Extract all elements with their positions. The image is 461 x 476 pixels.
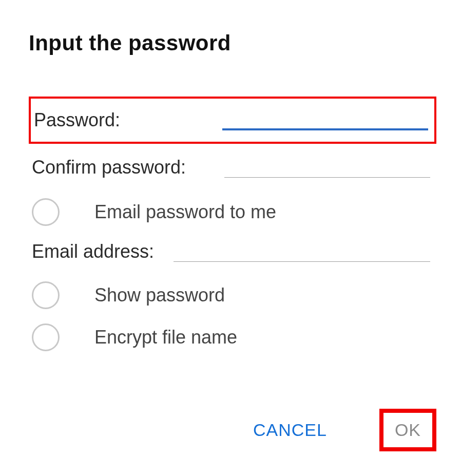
radio-icon[interactable]	[32, 198, 60, 226]
email-password-label: Email password to me	[94, 201, 276, 223]
email-address-input[interactable]	[174, 241, 430, 262]
confirm-password-input[interactable]	[224, 157, 430, 178]
confirm-password-row: Confirm password:	[29, 144, 436, 191]
dialog-title: Input the password	[29, 31, 436, 55]
encrypt-file-name-label: Encrypt file name	[94, 327, 237, 348]
encrypt-file-name-option[interactable]: Encrypt file name	[29, 316, 436, 358]
email-address-row: Email address:	[29, 233, 436, 270]
radio-icon[interactable]	[32, 281, 60, 309]
dialog-actions: CANCEL OK	[243, 409, 436, 451]
email-password-option[interactable]: Email password to me	[29, 191, 436, 233]
confirm-password-label: Confirm password:	[32, 157, 186, 178]
show-password-label: Show password	[94, 284, 225, 306]
radio-icon[interactable]	[32, 323, 60, 351]
email-address-label: Email address:	[32, 241, 154, 262]
show-password-option[interactable]: Show password	[29, 274, 436, 316]
password-label: Password:	[34, 109, 120, 131]
password-row: Password:	[29, 97, 436, 144]
cancel-button[interactable]: CANCEL	[243, 413, 337, 447]
password-input[interactable]	[222, 110, 428, 130]
ok-button[interactable]: OK	[379, 409, 436, 451]
password-dialog: Input the password Password: Confirm pas…	[0, 0, 461, 389]
